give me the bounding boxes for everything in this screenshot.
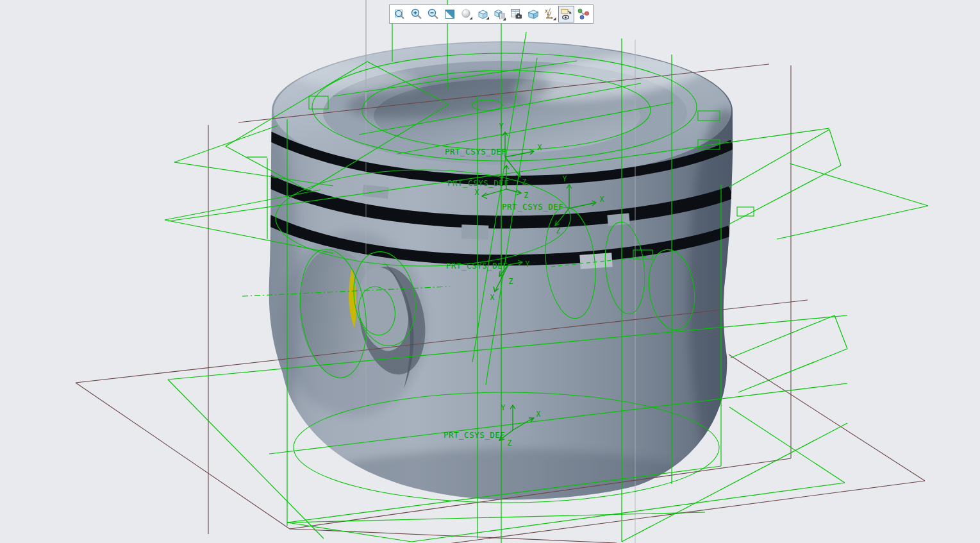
axis-letter-z: Z xyxy=(522,178,527,187)
svg-text:/: / xyxy=(549,12,552,17)
display-style-icon xyxy=(460,7,474,21)
annotation-display-icon xyxy=(560,7,574,21)
capture-image-icon xyxy=(510,7,524,21)
zoom-out-icon xyxy=(426,7,440,21)
graphics-toolbar: x/ / xyxy=(389,4,594,24)
zoom-out-button[interactable] xyxy=(425,6,441,22)
display-style-button[interactable] xyxy=(458,6,474,22)
zoom-in-button[interactable] xyxy=(408,6,424,22)
zoom-refit-button[interactable] xyxy=(392,6,408,22)
csys-label: PRT_CSYS_DEF xyxy=(502,202,563,212)
saved-views-icon xyxy=(476,7,490,21)
csys-label: PRT_CSYS_DEF xyxy=(444,430,505,440)
capture-image-button[interactable] xyxy=(508,6,524,22)
perspective-view-button[interactable] xyxy=(525,6,541,22)
axis-letter-x: X xyxy=(490,293,495,302)
csys-label: PRT_CSYS_DEF xyxy=(446,261,508,271)
axis-letter-x: X xyxy=(538,143,542,152)
saved-views-button[interactable] xyxy=(475,6,491,22)
axis-letter-z: Z xyxy=(508,439,512,447)
repaint-button[interactable] xyxy=(442,6,458,22)
axis-letter-y: Y xyxy=(499,122,504,131)
csys-label: PRT_CSYS_DEF xyxy=(447,178,509,188)
repaint-icon xyxy=(443,7,457,21)
viewport-3d[interactable]: PRT_CSYS_DEF PRT_CSYS_DEF PRT_CSYS_DEF P… xyxy=(0,0,980,543)
datum-display-filters-icon: x/ / xyxy=(543,7,557,21)
annotation-display-button[interactable] xyxy=(558,6,574,22)
zoom-in-icon xyxy=(410,7,424,21)
axis-letter-x: X xyxy=(475,188,479,197)
axis-letter-x: X xyxy=(600,195,604,204)
perspective-view-icon xyxy=(526,7,540,21)
axis-letter-z: Z xyxy=(524,191,529,200)
axis-letter-y: Y xyxy=(563,174,567,183)
spin-center-icon xyxy=(576,7,590,21)
axis-letter-x: X xyxy=(536,410,541,419)
axis-letter-z: Z xyxy=(556,226,561,235)
spin-center-button[interactable] xyxy=(575,6,591,22)
axis-letter-y: Y xyxy=(526,260,530,269)
axis-letter-y: Y xyxy=(501,403,506,412)
datum-display-filters-button[interactable]: x/ / xyxy=(542,6,558,22)
csys-label: PRT_CSYS_DEF xyxy=(445,147,506,156)
zoom-refit-icon xyxy=(393,7,407,21)
cad-graphics-area: { "app": { "name": "3D CAD graphics view… xyxy=(0,0,980,543)
axis-letter-z: Z xyxy=(509,277,513,286)
view-manager-button[interactable] xyxy=(492,6,508,22)
view-manager-icon xyxy=(493,7,507,21)
